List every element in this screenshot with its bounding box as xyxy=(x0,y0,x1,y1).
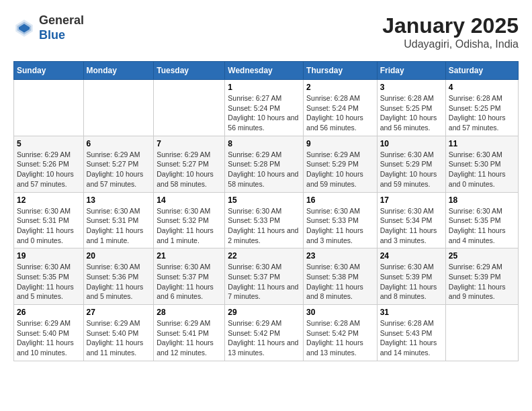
calendar-cell xyxy=(154,80,225,136)
day-number: 19 xyxy=(17,251,81,261)
day-number: 24 xyxy=(380,251,443,261)
day-number: 9 xyxy=(306,139,374,148)
day-number: 8 xyxy=(228,139,300,148)
day-info: Sunrise: 6:30 AM Sunset: 5:33 PM Dayligh… xyxy=(306,206,374,246)
calendar-subtitle: Udayagiri, Odisha, India xyxy=(382,38,519,50)
calendar-cell: 16Sunrise: 6:30 AM Sunset: 5:33 PM Dayli… xyxy=(304,192,378,248)
day-info: Sunrise: 6:30 AM Sunset: 5:36 PM Dayligh… xyxy=(87,262,151,302)
calendar-week-row: 5Sunrise: 6:29 AM Sunset: 5:26 PM Daylig… xyxy=(14,136,519,192)
day-info: Sunrise: 6:29 AM Sunset: 5:40 PM Dayligh… xyxy=(87,318,151,358)
day-info: Sunrise: 6:28 AM Sunset: 5:24 PM Dayligh… xyxy=(306,93,374,133)
logo-text: General Blue xyxy=(39,13,84,42)
day-number: 3 xyxy=(380,83,443,92)
day-info: Sunrise: 6:29 AM Sunset: 5:27 PM Dayligh… xyxy=(157,150,222,189)
day-number: 31 xyxy=(380,308,443,317)
calendar-cell: 22Sunrise: 6:30 AM Sunset: 5:37 PM Dayli… xyxy=(225,248,304,305)
calendar-title: January 2025 xyxy=(382,13,519,38)
calendar-cell: 4Sunrise: 6:28 AM Sunset: 5:25 PM Daylig… xyxy=(445,80,518,136)
day-number: 7 xyxy=(157,139,222,148)
calendar-cell: 29Sunrise: 6:29 AM Sunset: 5:42 PM Dayli… xyxy=(225,305,304,361)
calendar-cell: 6Sunrise: 6:29 AM Sunset: 5:27 PM Daylig… xyxy=(83,136,154,192)
day-info: Sunrise: 6:29 AM Sunset: 5:27 PM Dayligh… xyxy=(87,150,151,189)
calendar-cell: 13Sunrise: 6:30 AM Sunset: 5:31 PM Dayli… xyxy=(83,192,154,248)
calendar-cell: 19Sunrise: 6:30 AM Sunset: 5:35 PM Dayli… xyxy=(14,248,84,305)
calendar-cell: 10Sunrise: 6:30 AM Sunset: 5:29 PM Dayli… xyxy=(377,136,445,192)
day-number: 22 xyxy=(228,251,300,261)
calendar-cell: 30Sunrise: 6:28 AM Sunset: 5:42 PM Dayli… xyxy=(304,305,378,361)
day-number: 14 xyxy=(157,195,222,205)
day-info: Sunrise: 6:29 AM Sunset: 5:26 PM Dayligh… xyxy=(17,150,81,189)
title-block: January 2025 Udayagiri, Odisha, India xyxy=(382,13,519,50)
day-info: Sunrise: 6:30 AM Sunset: 5:33 PM Dayligh… xyxy=(228,206,300,246)
day-info: Sunrise: 6:29 AM Sunset: 5:39 PM Dayligh… xyxy=(449,262,515,302)
weekday-header: Saturday xyxy=(445,62,518,80)
weekday-header: Monday xyxy=(83,62,154,80)
calendar-cell: 12Sunrise: 6:30 AM Sunset: 5:31 PM Dayli… xyxy=(14,192,84,248)
weekday-header: Friday xyxy=(377,62,445,80)
logo-icon xyxy=(13,17,35,39)
day-info: Sunrise: 6:30 AM Sunset: 5:35 PM Dayligh… xyxy=(449,206,515,246)
day-number: 25 xyxy=(449,251,515,261)
day-info: Sunrise: 6:29 AM Sunset: 5:29 PM Dayligh… xyxy=(306,150,374,189)
day-number: 16 xyxy=(306,195,374,205)
day-info: Sunrise: 6:29 AM Sunset: 5:42 PM Dayligh… xyxy=(228,318,300,358)
day-info: Sunrise: 6:28 AM Sunset: 5:25 PM Dayligh… xyxy=(380,93,443,133)
weekday-header: Tuesday xyxy=(154,62,225,80)
calendar-cell: 15Sunrise: 6:30 AM Sunset: 5:33 PM Dayli… xyxy=(225,192,304,248)
calendar-cell xyxy=(14,80,84,136)
day-number: 13 xyxy=(87,195,151,205)
day-number: 1 xyxy=(228,83,300,92)
calendar-table: SundayMondayTuesdayWednesdayThursdayFrid… xyxy=(13,61,519,361)
day-info: Sunrise: 6:30 AM Sunset: 5:29 PM Dayligh… xyxy=(380,150,443,189)
day-info: Sunrise: 6:28 AM Sunset: 5:43 PM Dayligh… xyxy=(380,318,443,358)
day-info: Sunrise: 6:29 AM Sunset: 5:41 PM Dayligh… xyxy=(157,318,222,358)
day-number: 5 xyxy=(17,139,81,148)
day-info: Sunrise: 6:30 AM Sunset: 5:39 PM Dayligh… xyxy=(380,262,443,302)
calendar-week-row: 12Sunrise: 6:30 AM Sunset: 5:31 PM Dayli… xyxy=(14,192,519,248)
calendar-cell: 3Sunrise: 6:28 AM Sunset: 5:25 PM Daylig… xyxy=(377,80,445,136)
day-info: Sunrise: 6:30 AM Sunset: 5:31 PM Dayligh… xyxy=(87,206,151,246)
day-number: 20 xyxy=(87,251,151,261)
calendar-cell: 8Sunrise: 6:29 AM Sunset: 5:28 PM Daylig… xyxy=(225,136,304,192)
calendar-cell: 5Sunrise: 6:29 AM Sunset: 5:26 PM Daylig… xyxy=(14,136,84,192)
calendar-cell: 28Sunrise: 6:29 AM Sunset: 5:41 PM Dayli… xyxy=(154,305,225,361)
calendar-week-row: 1Sunrise: 6:27 AM Sunset: 5:24 PM Daylig… xyxy=(14,80,519,136)
day-number: 26 xyxy=(17,308,81,317)
day-number: 12 xyxy=(17,195,81,205)
calendar-cell: 23Sunrise: 6:30 AM Sunset: 5:38 PM Dayli… xyxy=(304,248,378,305)
day-info: Sunrise: 6:30 AM Sunset: 5:31 PM Dayligh… xyxy=(17,206,81,246)
day-number: 15 xyxy=(228,195,300,205)
day-info: Sunrise: 6:30 AM Sunset: 5:37 PM Dayligh… xyxy=(157,262,222,302)
calendar-cell: 11Sunrise: 6:30 AM Sunset: 5:30 PM Dayli… xyxy=(445,136,518,192)
calendar-cell: 21Sunrise: 6:30 AM Sunset: 5:37 PM Dayli… xyxy=(154,248,225,305)
calendar-cell: 17Sunrise: 6:30 AM Sunset: 5:34 PM Dayli… xyxy=(377,192,445,248)
day-info: Sunrise: 6:29 AM Sunset: 5:28 PM Dayligh… xyxy=(228,150,300,189)
calendar-cell: 25Sunrise: 6:29 AM Sunset: 5:39 PM Dayli… xyxy=(445,248,518,305)
day-info: Sunrise: 6:30 AM Sunset: 5:35 PM Dayligh… xyxy=(17,262,81,302)
calendar-cell: 2Sunrise: 6:28 AM Sunset: 5:24 PM Daylig… xyxy=(304,80,378,136)
calendar-cell: 20Sunrise: 6:30 AM Sunset: 5:36 PM Dayli… xyxy=(83,248,154,305)
day-info: Sunrise: 6:27 AM Sunset: 5:24 PM Dayligh… xyxy=(228,93,300,133)
logo: General Blue xyxy=(13,13,84,42)
day-number: 18 xyxy=(449,195,515,205)
calendar-week-row: 19Sunrise: 6:30 AM Sunset: 5:35 PM Dayli… xyxy=(14,248,519,305)
day-number: 17 xyxy=(380,195,443,205)
weekday-header-row: SundayMondayTuesdayWednesdayThursdayFrid… xyxy=(14,62,519,80)
day-number: 21 xyxy=(157,251,222,261)
day-info: Sunrise: 6:28 AM Sunset: 5:25 PM Dayligh… xyxy=(449,93,515,133)
weekday-header: Thursday xyxy=(304,62,378,80)
calendar-cell: 1Sunrise: 6:27 AM Sunset: 5:24 PM Daylig… xyxy=(225,80,304,136)
calendar-cell: 26Sunrise: 6:29 AM Sunset: 5:40 PM Dayli… xyxy=(14,305,84,361)
day-number: 30 xyxy=(306,308,374,317)
day-number: 4 xyxy=(449,83,515,92)
day-number: 6 xyxy=(87,139,151,148)
day-number: 27 xyxy=(87,308,151,317)
day-info: Sunrise: 6:30 AM Sunset: 5:38 PM Dayligh… xyxy=(306,262,374,302)
day-number: 10 xyxy=(380,139,443,148)
calendar-cell: 27Sunrise: 6:29 AM Sunset: 5:40 PM Dayli… xyxy=(83,305,154,361)
weekday-header: Sunday xyxy=(14,62,84,80)
calendar-cell: 18Sunrise: 6:30 AM Sunset: 5:35 PM Dayli… xyxy=(445,192,518,248)
calendar-cell: 31Sunrise: 6:28 AM Sunset: 5:43 PM Dayli… xyxy=(377,305,445,361)
day-info: Sunrise: 6:30 AM Sunset: 5:37 PM Dayligh… xyxy=(228,262,300,302)
calendar-cell: 9Sunrise: 6:29 AM Sunset: 5:29 PM Daylig… xyxy=(304,136,378,192)
